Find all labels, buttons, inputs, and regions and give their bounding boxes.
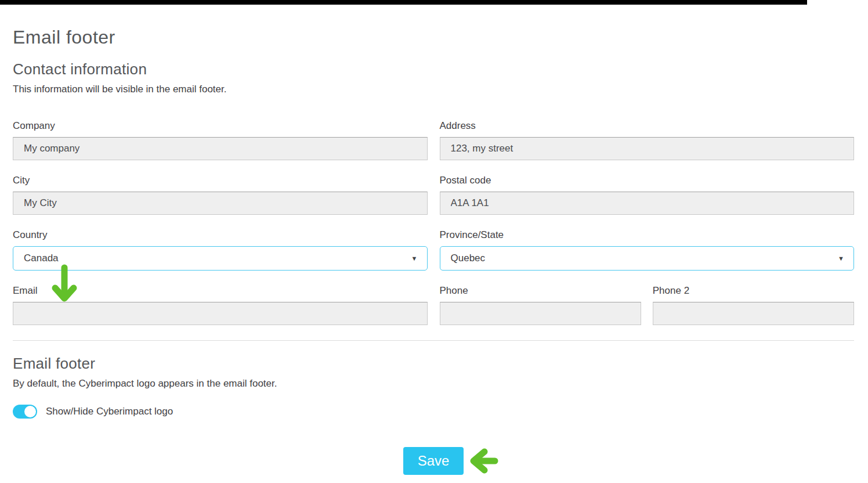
province-label: Province/State [440,229,855,241]
email-footer-settings-page: Email footer Contact information This in… [0,5,868,475]
province-field-group: Province/State Quebec ▼ [440,229,855,271]
logo-toggle-label: Show/Hide Cyberimpact logo [46,406,173,417]
phone2-field-group: Phone 2 [653,285,854,325]
phone-input[interactable] [440,302,641,325]
green-left-arrow-icon [468,448,498,476]
form-row-email-phones: Email Phone Phone 2 [13,285,854,325]
company-input[interactable] [13,137,428,160]
contact-form: Company Address City Postal code [13,120,854,325]
phone-field-group: Phone [440,285,641,325]
country-label: Country [13,229,428,241]
section-divider [13,340,854,341]
phone2-label: Phone 2 [653,285,854,297]
chevron-down-icon: ▼ [411,255,418,262]
postal-code-field-group: Postal code [440,175,855,215]
postal-code-input[interactable] [440,192,855,215]
email-footer-section-description: By default, the Cyberimpact logo appears… [13,378,854,390]
city-input[interactable] [13,192,428,215]
phone-label: Phone [440,285,641,297]
address-input[interactable] [440,137,855,160]
save-row: Save [13,447,854,475]
save-button[interactable]: Save [403,447,464,475]
green-down-arrow-icon [51,262,78,307]
form-row-company-address: Company Address [13,120,854,160]
form-row-city-postal: City Postal code [13,175,854,215]
email-footer-section-heading: Email footer [13,355,854,373]
logo-toggle-row: Show/Hide Cyberimpact logo [13,405,854,419]
province-select[interactable]: Quebec ▼ [440,246,855,271]
contact-section-description: This information will be visible in the … [13,84,854,95]
company-field-group: Company [13,120,428,160]
address-field-group: Address [440,120,855,160]
province-select-value: Quebec [451,253,486,264]
contact-information-section: Contact information This information wil… [13,60,854,325]
email-footer-section: Email footer By default, the Cyberimpact… [13,355,854,419]
phone2-input[interactable] [653,302,854,325]
address-label: Address [440,120,855,132]
city-field-group: City [13,175,428,215]
postal-code-label: Postal code [440,175,855,186]
contact-section-heading: Contact information [13,60,854,78]
phone-pair-group: Phone Phone 2 [440,285,855,325]
window-top-bar [0,0,807,5]
city-label: City [13,175,428,186]
show-hide-logo-toggle[interactable] [13,405,37,419]
toggle-knob [24,406,36,417]
company-label: Company [13,120,428,132]
page-title: Email footer [13,27,854,48]
form-row-country-province: Country Canada ▼ Province/State Quebec ▼ [13,229,854,271]
chevron-down-icon: ▼ [838,255,844,262]
